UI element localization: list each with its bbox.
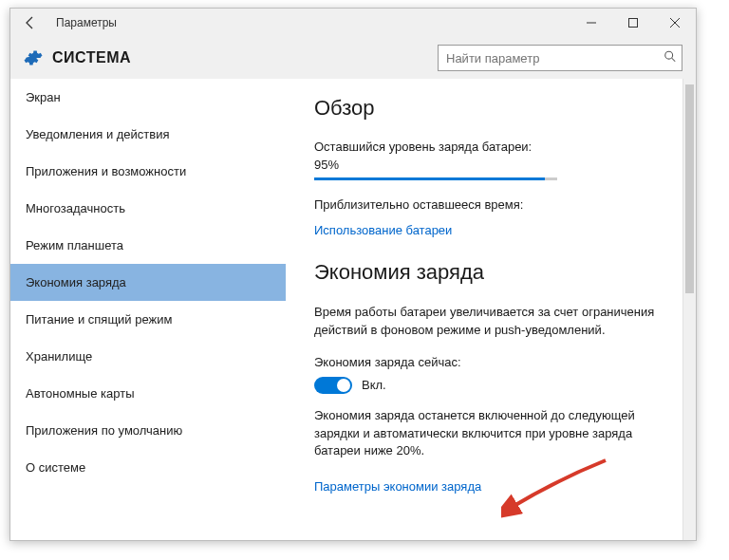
back-button[interactable] (18, 10, 43, 35)
sidebar-item[interactable]: Автономные карты (10, 375, 286, 412)
battery-progress (314, 177, 557, 180)
scrollbar[interactable] (682, 79, 696, 540)
sidebar-item[interactable]: О системе (10, 449, 286, 486)
saver-now-label: Экономия заряда сейчас: (314, 355, 667, 369)
sidebar-item[interactable]: Приложения и возможности (10, 153, 286, 190)
saver-toggle-label: Вкл. (362, 378, 386, 392)
svg-line-3 (672, 58, 676, 62)
window-controls (570, 9, 696, 37)
saver-description: Время работы батареи увеличивается за сч… (314, 304, 667, 340)
sidebar-item[interactable]: Хранилище (10, 338, 286, 375)
sidebar-item[interactable]: Режим планшета (10, 227, 286, 264)
body: ЭкранУведомления и действияПриложения и … (10, 79, 696, 540)
content-pane: Обзор Оставшийся уровень заряда батареи:… (286, 79, 696, 540)
gear-icon (24, 48, 43, 67)
battery-progress-fill (314, 177, 545, 180)
sidebar-item[interactable]: Экран (10, 79, 286, 116)
overview-heading: Обзор (314, 96, 667, 121)
battery-percent: 95% (314, 158, 667, 172)
page-title: СИСТЕМА (52, 49, 131, 66)
saver-toggle-row: Вкл. (314, 377, 667, 394)
sidebar-item[interactable]: Экономия заряда (10, 264, 286, 301)
minimize-icon (587, 18, 596, 28)
titlebar: Параметры (10, 9, 696, 37)
back-arrow-icon (23, 15, 38, 30)
saver-toggle[interactable] (314, 377, 352, 394)
battery-usage-link[interactable]: Использование батареи (314, 223, 452, 237)
header-row: СИСТЕМА (10, 37, 696, 79)
close-button[interactable] (654, 9, 696, 37)
time-remaining-label: Приблизительно оставшееся время: (314, 197, 667, 212)
maximize-icon (628, 18, 638, 28)
search-input[interactable] (438, 45, 682, 71)
sidebar-item[interactable]: Питание и спящий режим (10, 301, 286, 338)
minimize-button[interactable] (570, 9, 612, 37)
sidebar-item[interactable]: Уведомления и действия (10, 116, 286, 153)
settings-window: Параметры СИСТЕМА ЭкранУведомления и дей… (9, 8, 697, 541)
svg-rect-1 (629, 19, 638, 28)
saver-heading: Экономия заряда (314, 260, 667, 285)
toggle-thumb (337, 379, 350, 392)
close-icon (670, 18, 680, 28)
maximize-button[interactable] (612, 9, 654, 37)
saver-note: Экономия заряда останется включенной до … (314, 407, 667, 461)
window-title: Параметры (56, 16, 117, 29)
battery-remaining-label: Оставшийся уровень заряда батареи: (314, 140, 667, 154)
saver-settings-link[interactable]: Параметры экономии заряда (314, 479, 481, 494)
search-icon (664, 50, 677, 66)
scrollbar-thumb[interactable] (685, 84, 694, 293)
sidebar-item[interactable]: Многозадачность (10, 190, 286, 227)
search-wrap (438, 45, 682, 71)
svg-point-2 (665, 51, 673, 59)
sidebar: ЭкранУведомления и действияПриложения и … (10, 79, 286, 540)
sidebar-item[interactable]: Приложения по умолчанию (10, 412, 286, 449)
